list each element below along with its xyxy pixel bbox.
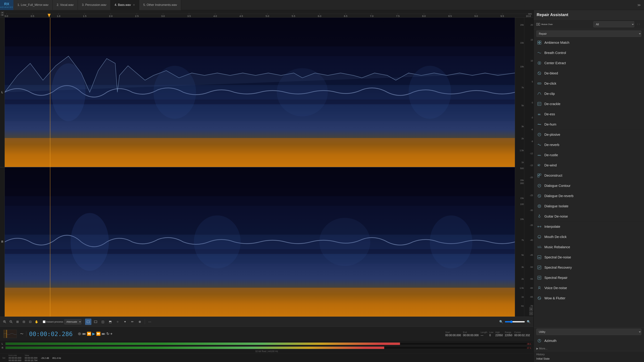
- collapse-bottom[interactable]: ✕: [1, 14, 4, 16]
- utility-dropdown[interactable]: Utility Repair: [536, 329, 641, 335]
- module-de-hum[interactable]: De-hum: [534, 119, 644, 130]
- time-tick-9.0: 9.0: [474, 13, 478, 17]
- module-mouth-de-click[interactable]: Mouth De-click: [534, 232, 644, 242]
- zoom-cursor-tool[interactable]: ⊡: [28, 319, 33, 325]
- module-de-rustle[interactable]: De-rustle: [534, 150, 644, 160]
- module-de-plosive[interactable]: De-plosive: [534, 130, 644, 140]
- channel-top[interactable]: [5, 17, 515, 167]
- snap-btn[interactable]: ⌖: [110, 332, 112, 336]
- module-ambience-match[interactable]: Ambience Match: [534, 37, 644, 48]
- freq-scale-col: 20k 15k 10k 7k 5k 3k 2k 1.5k 1k 500 300 …: [515, 17, 524, 317]
- forward-btn[interactable]: ⏩: [96, 332, 100, 336]
- tab-2[interactable]: 2. Vocal.wav: [53, 0, 78, 10]
- tab-3[interactable]: 3. Percussion.wav: [78, 0, 110, 10]
- more-tools[interactable]: ⋯: [146, 319, 153, 325]
- module-chain-btn[interactable]: Module Chain: [536, 22, 553, 26]
- end-btn[interactable]: ⏭: [102, 332, 105, 336]
- tab-1[interactable]: 1. Low_Full_Mirror.wav: [14, 0, 53, 10]
- module-de-wind[interactable]: De-wind: [534, 160, 644, 170]
- module-de-bleed[interactable]: De-bleed: [534, 68, 644, 78]
- select-freq-tool[interactable]: ⬒: [107, 319, 114, 325]
- tab-5[interactable]: 5. Other Instruments.wav: [139, 0, 181, 10]
- zoom-out-btn[interactable]: -: [529, 312, 533, 315]
- module-dialogue-de-reverb[interactable]: Dialogue De-reverb: [534, 191, 644, 201]
- module-deconstruct[interactable]: Deconstruct: [534, 170, 644, 181]
- gain-tool[interactable]: ⊕: [137, 319, 143, 325]
- module-interpolate[interactable]: Interpolate: [534, 222, 644, 232]
- zoom-minus[interactable]: 🔍: [498, 319, 504, 325]
- attenuation-select[interactable]: Attenuate Remove: [64, 319, 82, 325]
- module-de-ess[interactable]: ss De-ess: [534, 109, 644, 119]
- channel-split: [5, 167, 515, 167]
- rewind-btn[interactable]: ⏮: [82, 332, 86, 336]
- tab-overflow[interactable]: ≫: [634, 0, 644, 10]
- select-rect-tool[interactable]: [85, 319, 92, 325]
- history-initial[interactable]: Initial State: [536, 357, 641, 360]
- select-time-tool[interactable]: ◫: [100, 319, 106, 325]
- time-tick-5.5: 5.5: [292, 13, 295, 17]
- more-options-btn[interactable]: ⋮⋮: [636, 22, 641, 27]
- expand-utility-btn[interactable]: ▶ More...: [534, 346, 644, 351]
- zoom-fit-tool[interactable]: ⊞: [15, 319, 20, 325]
- zoom-all-tool[interactable]: ⊟: [21, 319, 26, 325]
- svg-point-19: [319, 218, 370, 266]
- deconstruct-label: Deconstruct: [544, 174, 562, 177]
- module-de-reverb[interactable]: De-reverb: [534, 140, 644, 150]
- time-tick-7.5: 7.5: [396, 13, 400, 17]
- cursor-db-val: -29.2 dB: [41, 357, 49, 359]
- zoom-plus[interactable]: 🔍: [526, 319, 531, 325]
- freq-500-top: 500: [520, 167, 524, 170]
- waveform-toggle[interactable]: 〜: [20, 332, 24, 336]
- collapse-top[interactable]: ✕: [1, 11, 4, 13]
- svg-point-74: [538, 286, 540, 288]
- zoom-slider[interactable]: [505, 321, 525, 323]
- module-de-click[interactable]: De-click: [534, 78, 644, 89]
- breath-control-icon: [537, 50, 542, 55]
- magic-wand-tool[interactable]: ✦: [122, 319, 128, 325]
- right-panel-header: Repair Assistant: [534, 10, 644, 19]
- module-de-crackle[interactable]: De-crackle: [534, 99, 644, 109]
- pencil-tool[interactable]: ✏: [129, 319, 136, 325]
- module-dialogue-contour[interactable]: Dialogue Contour: [534, 181, 644, 191]
- zoom-out-tool[interactable]: [8, 319, 14, 325]
- module-de-clip[interactable]: De-clip: [534, 89, 644, 99]
- module-voice-de-noise[interactable]: Voice De-noise: [534, 283, 644, 293]
- waveform-area[interactable]: L R: [0, 17, 533, 317]
- back-btn[interactable]: ⏪: [87, 332, 91, 336]
- play-btn[interactable]: ▶: [92, 332, 95, 336]
- record-btn[interactable]: [78, 332, 81, 335]
- db-scale-col: 20 15 10 5 0 -3 -6 -9 -12 -15 -20 -25 -3…: [524, 17, 533, 317]
- module-dialogue-isolate[interactable]: Dialogue Isolate: [534, 201, 644, 211]
- module-spectral-repair[interactable]: Spectral Repair: [534, 273, 644, 283]
- lasso-tool[interactable]: ○: [114, 319, 121, 325]
- module-guitar-de-noise[interactable]: Guitar De-noise: [534, 211, 644, 222]
- module-wow-flutter[interactable]: Wow & Flutter: [534, 293, 644, 303]
- module-breath-control[interactable]: Breath Control: [534, 48, 644, 58]
- filter-dropdown[interactable]: All Repair Utility Favorites: [593, 21, 634, 27]
- module-chain-icon: [536, 22, 540, 26]
- zoom-in-btn[interactable]: +: [529, 307, 533, 311]
- instant-process-check[interactable]: [43, 321, 46, 323]
- svg-point-18: [194, 215, 241, 268]
- utility-modules: Azimuth: [534, 336, 644, 346]
- zoom-in-tool[interactable]: [2, 319, 8, 325]
- status-bar-bottom: Sel h:m:s.ms 00:00:00.000 00:00:00.000 V…: [0, 354, 533, 362]
- tab-4-close[interactable]: ✕: [133, 3, 135, 6]
- module-spectral-recovery[interactable]: Spectral Recovery: [534, 263, 644, 273]
- svg-point-7: [52, 63, 86, 121]
- pan-tool[interactable]: ✋: [34, 319, 39, 325]
- channel-bottom[interactable]: [5, 167, 515, 317]
- loop-btn[interactable]: ↻: [106, 332, 109, 336]
- view-start: 00:00:00.000: [25, 357, 38, 359]
- module-azimuth[interactable]: Azimuth: [534, 336, 644, 346]
- module-music-rebalance[interactable]: Music Rebalance: [534, 242, 644, 252]
- tab-4[interactable]: 4. Bass.wav ✕: [110, 0, 139, 10]
- svg-rect-39: [540, 43, 541, 44]
- time-tick-10.0: 10.0: [526, 13, 531, 17]
- module-center-extract[interactable]: Center Extract: [534, 58, 644, 68]
- repair-dropdown[interactable]: Repair Utility: [536, 30, 641, 37]
- module-spectral-de-noise[interactable]: Spectral De-noise: [534, 252, 644, 263]
- select-free-tool[interactable]: [92, 319, 99, 325]
- hms-label: h:m:s.ms: [8, 354, 21, 357]
- time-tick-8.0: 8.0: [422, 13, 426, 17]
